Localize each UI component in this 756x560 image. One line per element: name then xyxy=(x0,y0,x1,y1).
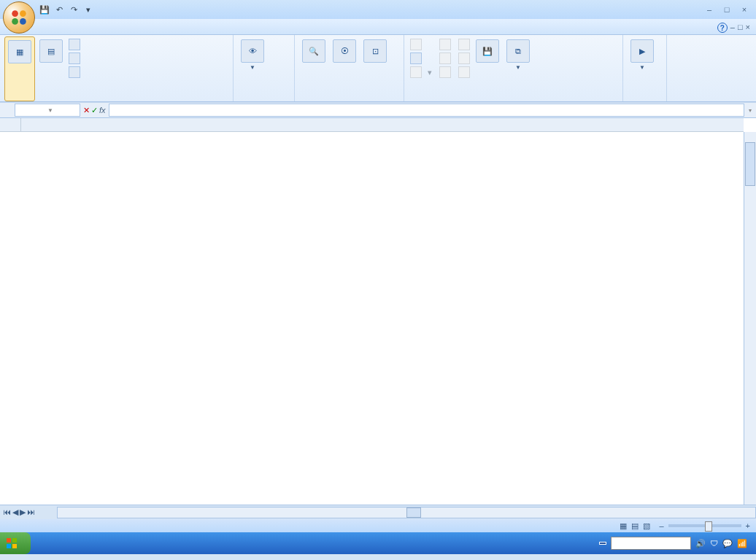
zoom-slider[interactable] xyxy=(668,524,741,527)
svg-point-1 xyxy=(20,10,26,17)
start-button[interactable] xyxy=(0,532,31,554)
view-page-layout-button[interactable]: ▤ xyxy=(36,36,66,101)
language-indicator[interactable] xyxy=(599,542,606,545)
zoom-selection-button[interactable]: ⊡ xyxy=(360,36,390,101)
ribbon-minimize-button[interactable]: – xyxy=(730,23,735,33)
formula-input[interactable] xyxy=(109,104,744,117)
ribbon-close-button[interactable]: × xyxy=(746,23,750,33)
system-tray: 🔊 🛡 💬 📶 xyxy=(595,537,756,550)
ribbon-tabs: ? – □ × xyxy=(0,19,756,35)
window-controls: – □ × xyxy=(702,5,756,14)
svg-point-2 xyxy=(12,18,18,25)
view-normal-icon[interactable]: ▦ xyxy=(620,521,627,531)
ribbon: ▦ ▤ 👁▼ 🔍 ⦿ ⊡ ▾ xyxy=(0,35,756,102)
save-workspace-button[interactable]: 💾 xyxy=(473,36,502,101)
hide-button[interactable] xyxy=(438,52,452,65)
enter-formula-icon[interactable]: ✓ xyxy=(91,106,98,115)
vertical-scrollbar[interactable] xyxy=(744,132,756,505)
zoom-in-icon[interactable]: + xyxy=(746,521,750,530)
save-icon[interactable]: 💾 xyxy=(38,3,51,16)
minimize-button[interactable]: – xyxy=(702,5,717,14)
select-all-corner[interactable] xyxy=(0,118,21,131)
macros-button[interactable]: ▶▼ xyxy=(628,36,657,101)
quick-access-toolbar: 💾 ↶ ↷ ▾ xyxy=(38,3,95,16)
page-break-preview-button[interactable] xyxy=(67,38,85,51)
title-bar: 💾 ↶ ↷ ▾ – □ × xyxy=(0,0,756,19)
first-sheet-icon[interactable]: ⏮ xyxy=(3,508,11,517)
tray-icon[interactable]: 🛡 xyxy=(710,539,718,548)
show-hide-button[interactable]: 👁▼ xyxy=(238,36,267,101)
custom-views-button[interactable] xyxy=(67,52,85,65)
desktop-search-input[interactable] xyxy=(611,537,691,550)
tray-icon[interactable]: 💬 xyxy=(722,539,733,548)
svg-point-3 xyxy=(20,18,26,25)
svg-rect-4 xyxy=(7,538,11,542)
horizontal-scrollbar[interactable] xyxy=(57,507,756,518)
help-icon[interactable]: ? xyxy=(717,23,728,33)
help-controls: ? – □ × xyxy=(714,21,756,34)
maximize-button[interactable]: □ xyxy=(720,5,734,14)
svg-point-0 xyxy=(12,10,18,17)
office-button[interactable] xyxy=(3,1,35,34)
view-page-icon[interactable]: ▤ xyxy=(631,521,639,531)
next-sheet-icon[interactable]: ▶ xyxy=(20,508,26,517)
zoom-button[interactable]: 🔍 xyxy=(299,36,328,101)
win-opt-1[interactable] xyxy=(457,38,471,51)
zoom-100-button[interactable]: ⦿ xyxy=(330,36,359,101)
zoom-out-icon[interactable]: – xyxy=(659,521,663,530)
prev-sheet-icon[interactable]: ◀ xyxy=(12,508,18,517)
tray-icon[interactable]: 📶 xyxy=(737,539,747,548)
split-button[interactable] xyxy=(438,38,452,51)
cancel-formula-icon[interactable]: ✕ xyxy=(83,106,90,115)
spreadsheet-grid[interactable] xyxy=(0,118,756,505)
name-box[interactable]: ▼ xyxy=(15,104,80,117)
sheet-tab-bar: ⏮ ◀ ▶ ⏭ xyxy=(0,505,756,519)
svg-rect-6 xyxy=(7,544,11,548)
svg-rect-5 xyxy=(12,538,17,542)
windows-taskbar: 🔊 🛡 💬 📶 xyxy=(0,532,756,554)
ribbon-restore-button[interactable]: □ xyxy=(738,23,743,33)
status-bar: ▦ ▤ ▧ – + xyxy=(0,519,756,532)
redo-icon[interactable]: ↷ xyxy=(67,3,80,16)
close-button[interactable]: × xyxy=(737,5,752,14)
view-normal-button[interactable]: ▦ xyxy=(4,36,35,101)
last-sheet-icon[interactable]: ⏭ xyxy=(27,508,35,517)
full-screen-button[interactable] xyxy=(67,66,85,79)
arrange-all-button[interactable] xyxy=(409,52,433,65)
qat-dropdown-icon[interactable]: ▾ xyxy=(82,3,95,16)
svg-rect-7 xyxy=(12,544,17,548)
freeze-panes-button[interactable]: ▾ xyxy=(409,66,433,79)
switch-windows-button[interactable]: ⧉▼ xyxy=(504,36,533,101)
undo-icon[interactable]: ↶ xyxy=(53,3,66,16)
formula-bar: ▼ ✕ ✓ fx ▾ xyxy=(0,102,756,118)
fx-icon[interactable]: fx xyxy=(99,106,106,114)
tray-icon[interactable]: 🔊 xyxy=(695,539,706,548)
new-window-button[interactable] xyxy=(409,38,433,51)
win-opt-3[interactable] xyxy=(457,66,471,79)
unhide-button[interactable] xyxy=(438,66,452,79)
expand-formula-icon[interactable]: ▾ xyxy=(744,107,756,114)
view-break-icon[interactable]: ▧ xyxy=(643,521,650,531)
win-opt-2[interactable] xyxy=(457,52,471,65)
